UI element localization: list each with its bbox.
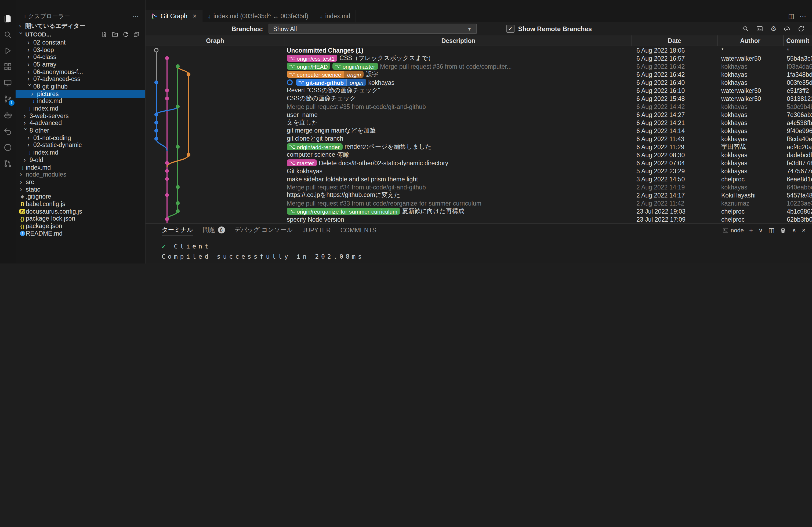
tree-item-04-class[interactable]: ›04-class <box>16 54 145 61</box>
commit-row[interactable]: user_name6 Aug 2022 14:27kokhayas7e306ab… <box>146 110 812 119</box>
plus-icon[interactable]: + <box>749 226 753 234</box>
terminal-icon[interactable] <box>756 25 764 32</box>
panel-tab[interactable]: デバッグ コンソール <box>234 224 293 236</box>
pull-requests-icon[interactable] <box>0 155 16 171</box>
close-icon[interactable]: × <box>193 12 197 20</box>
extensions-icon[interactable] <box>0 59 16 75</box>
tree-item-05-array[interactable]: ›05-array <box>16 61 145 68</box>
commit-row[interactable]: ⌥computer-scienceorigin誤字6 Aug 2022 16:4… <box>146 70 812 78</box>
commit-row[interactable]: Uncommitted Changes (1)6 Aug 2022 18:06*… <box>146 46 812 54</box>
commit-row[interactable]: 文を直した6 Aug 2022 14:21kokhayasa4c538fb <box>146 119 812 127</box>
branch-badge[interactable]: ⌥origin/master <box>333 63 378 70</box>
commit-row[interactable]: Merge pull request #33 from ut-code/reor… <box>146 199 812 207</box>
commit-row[interactable]: ⌥origin/add-renderrenderのページを編集しました6 Aug… <box>146 143 812 151</box>
trash-icon[interactable] <box>780 227 786 233</box>
tree-item-package-lock.json[interactable]: {}package-lock.json <box>16 215 145 222</box>
tree-item-babel.config.js[interactable]: Bbabel.config.js <box>16 200 145 207</box>
panel-tab[interactable]: COMMENTS <box>340 224 376 236</box>
tree-item-index.md[interactable]: ↓index.md <box>16 149 145 156</box>
close-icon[interactable]: × <box>802 226 806 234</box>
chevron-up-icon[interactable]: ∧ <box>792 226 796 234</box>
tree-item-02-constant[interactable]: ›02-constant <box>16 39 145 46</box>
tree-item-4-advanced[interactable]: ›4-advanced <box>16 119 145 127</box>
tree-item-06-anonymous-f...[interactable]: ›06-anonymous-f... <box>16 68 145 75</box>
terminal-output[interactable]: ✔ Client Compiled successfully in 202.08… <box>146 236 812 264</box>
tree-item-08-git-github[interactable]: ›08-git-github <box>16 82 145 90</box>
panel-tab[interactable]: ターミナル <box>162 224 193 236</box>
open-editors-section[interactable]: › 開いているエディター <box>16 22 145 30</box>
more-actions-icon[interactable]: ⋯ <box>133 13 139 19</box>
source-control-icon[interactable]: 1 <box>0 91 16 107</box>
search-icon[interactable] <box>0 26 16 42</box>
refresh-icon[interactable] <box>798 25 804 32</box>
split-editor-icon[interactable]: ◫ <box>768 226 775 234</box>
editor-tab[interactable]: ↓index.md <box>314 10 356 22</box>
branches-dropdown[interactable]: Show All ▼ <box>268 24 477 34</box>
tree-item-01-not-coding[interactable]: ›01-not-coding <box>16 134 145 141</box>
docker-icon[interactable] <box>0 107 16 123</box>
refresh-icon[interactable] <box>122 31 129 37</box>
panel-tab[interactable]: 問題8 <box>203 224 225 236</box>
new-folder-icon[interactable] <box>112 31 118 37</box>
gear-icon[interactable]: ⚙ <box>770 25 777 32</box>
tree-item-package.json[interactable]: {}package.json <box>16 222 145 229</box>
undo-arrow-icon[interactable] <box>0 123 16 139</box>
editor-tab[interactable]: Git Graph× <box>146 10 202 22</box>
commit-row[interactable]: Git kokhayas5 Aug 2022 23:29kokhayas7475… <box>146 167 812 175</box>
remote-explorer-icon[interactable] <box>0 75 16 91</box>
tree-item-9-old[interactable]: ›9-old <box>16 156 145 163</box>
commit-row[interactable]: computer science 俯瞰6 Aug 2022 08:30kokha… <box>146 151 812 159</box>
tree-item-nodemodules[interactable]: ›node_modules <box>16 171 145 178</box>
workspace-section[interactable]: › UTCOD... <box>16 30 145 39</box>
panel-tab[interactable]: JUPYTER <box>303 224 331 236</box>
branch-badge[interactable]: ⌥master <box>287 160 317 166</box>
search-icon[interactable] <box>742 25 750 32</box>
commit-row[interactable]: ⌥masterDelete docs/8-other/02-static-dyn… <box>146 159 812 167</box>
commit-row[interactable]: specify Node version23 Jul 2022 17:09che… <box>146 215 812 223</box>
tree-item-static[interactable]: ›static <box>16 186 145 193</box>
branch-badge[interactable]: ⌥computer-scienceorigin <box>287 71 364 78</box>
branch-badge[interactable]: ⌥origin/css-test1 <box>287 55 337 62</box>
tree-item-index.md[interactable]: ↓index.md <box>16 163 145 171</box>
run-debug-icon[interactable] <box>0 42 16 59</box>
branch-badge[interactable]: ⌥git-and-githuborigin <box>296 79 366 86</box>
commit-row[interactable]: CSSの節の画像チェック6 Aug 2022 15:48waterwalker5… <box>146 94 812 103</box>
explorer-icon[interactable] <box>0 10 16 26</box>
tree-item-3-web-servers[interactable]: ›3-web-servers <box>16 112 145 119</box>
show-remote-branches-checkbox[interactable]: ✓ <box>506 25 514 33</box>
commit-row[interactable]: git merge origin mainなどを加筆6 Aug 2022 14:… <box>146 127 812 135</box>
tree-item-02-static-dynamic[interactable]: ›02-static-dynamic <box>16 141 145 149</box>
commit-row[interactable]: ⌥origin/reorganize-for-summer-curriculum… <box>146 207 812 215</box>
more-actions-icon[interactable]: ⋯ <box>800 13 806 19</box>
commit-row[interactable]: Revert "CSSの節の画像チェック"6 Aug 2022 16:10wat… <box>146 86 812 94</box>
tree-item-README.md[interactable]: iREADME.md <box>16 230 145 237</box>
chevron-down-icon[interactable]: ∨ <box>758 226 763 234</box>
tree-item-docusaurus.config.js[interactable]: JSdocusaurus.config.js <box>16 208 145 215</box>
branch-badge[interactable]: ⌥origin/reorganize-for-summer-curriculum <box>287 208 400 215</box>
commit-row[interactable]: ⌥origin/css-test1CSS（フレックスボックスまで）6 Aug 2… <box>146 54 812 62</box>
github-icon[interactable] <box>0 139 16 155</box>
tree-item-index.md[interactable]: ↓index.md <box>16 105 145 112</box>
commit-row[interactable]: ⌥git-and-githuboriginkokhayas6 Aug 2022 … <box>146 78 812 86</box>
tree-item-index.md[interactable]: ↓index.md <box>16 97 145 105</box>
tree-item-pictures[interactable]: ›pictures <box>16 90 145 97</box>
tree-item-07-advanced-css[interactable]: ›07-advanced-css <box>16 75 145 82</box>
collapse-all-icon[interactable] <box>133 31 140 37</box>
cloud-upload-icon[interactable] <box>784 25 791 32</box>
new-file-icon[interactable] <box>101 31 107 37</box>
tree-item-8-other[interactable]: ›8-other <box>16 127 145 134</box>
commit-row[interactable]: make sidebar foldable and set prism them… <box>146 175 812 183</box>
terminal-profile[interactable]: node <box>722 227 744 233</box>
editor-tab[interactable]: ↓index.md (003fe35d^ ↔ 003fe35d) <box>202 10 314 22</box>
commit-row[interactable]: Merge pull request #35 from ut-code/git-… <box>146 103 812 110</box>
tree-item-src[interactable]: ›src <box>16 178 145 185</box>
branch-badge[interactable]: ⌥origin/add-render <box>287 143 342 150</box>
commit-row[interactable]: Merge pull request #34 from ut-code/git-… <box>146 183 812 191</box>
tree-item-03-loop[interactable]: ›03-loop <box>16 46 145 53</box>
commit-row[interactable]: https://.co.jpをhttps://github.comに変えた2 A… <box>146 191 812 199</box>
commit-row[interactable]: ⌥origin/HEAD⌥origin/masterMerge pull req… <box>146 62 812 70</box>
branch-badge[interactable]: ⌥origin/HEAD <box>287 63 331 70</box>
commit-row[interactable]: git cloneとgit branch6 Aug 2022 11:43kokh… <box>146 135 812 143</box>
split-editor-icon[interactable]: ◫ <box>788 13 794 19</box>
tree-item-.gitignore[interactable]: ◆.gitignore <box>16 193 145 200</box>
